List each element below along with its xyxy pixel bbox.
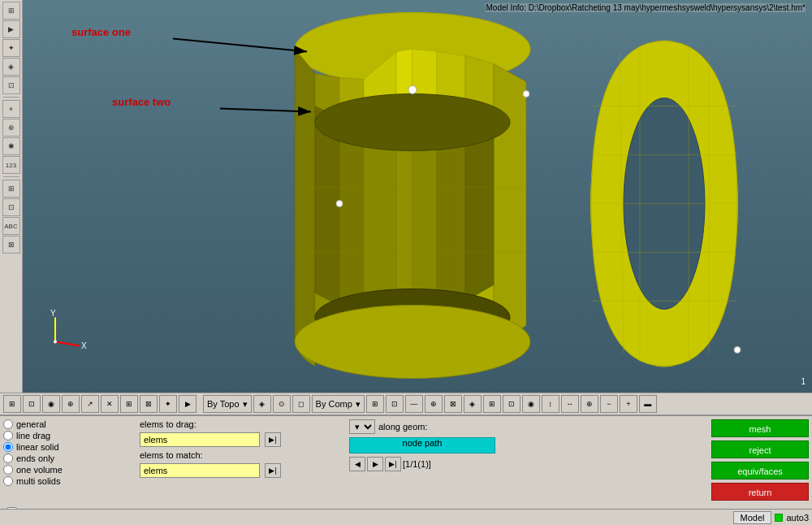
node-path-button[interactable]: node path	[349, 437, 495, 453]
elems-drag-nav[interactable]: ▶|	[265, 432, 281, 447]
toolbar-btn-9[interactable]: ✦	[159, 395, 177, 413]
bottom-panel-top: general line drag linear solid ends only…	[0, 416, 812, 504]
radio-one-volume-input[interactable]	[3, 465, 13, 475]
radio-line-drag: line drag	[3, 431, 133, 440]
elems-match-nav[interactable]: ▶|	[265, 463, 281, 478]
svg-point-9	[523, 91, 529, 98]
toolbar-btn-23[interactable]: ↕	[542, 395, 559, 413]
toolbar-btn-2[interactable]: ⊡	[23, 395, 41, 413]
auto3-dot	[775, 514, 783, 522]
radio-ends-only-input[interactable]	[3, 453, 13, 463]
surface-two-label: surface two	[112, 96, 171, 108]
toolbar-btn-5[interactable]: ↗	[81, 395, 99, 413]
reject-button[interactable]: reject	[711, 440, 809, 458]
auto3-status: auto3	[775, 513, 809, 523]
toolbar-btn-19[interactable]: ◈	[464, 395, 482, 413]
main-area: ⊞ ▶ ✦ ◈ ⊡ ⌖ ⊕ ✱ 123 ⊞ ⊡ ABC ⊠ Model Info…	[0, 0, 812, 393]
toolbar-icon-2[interactable]: ▶	[2, 20, 20, 38]
along-geom-label: along geom:	[378, 422, 428, 432]
radio-one-volume-label: one volume	[16, 465, 63, 475]
toolbar-icon-5[interactable]: ⊡	[2, 76, 20, 94]
toolbar-icon-6[interactable]: ⌖	[2, 100, 20, 118]
bottom-panel: general line drag linear solid ends only…	[0, 415, 812, 509]
elems-match-input-row: ▶|	[140, 463, 343, 478]
radio-line-drag-label: line drag	[16, 431, 50, 440]
toolbar-btn-10[interactable]: ▶	[179, 395, 197, 413]
toolbar-btn-4[interactable]: ⊕	[62, 395, 80, 413]
equiv-faces-button[interactable]: equiv/faces	[711, 462, 809, 479]
viewport[interactable]: Model Info: D:\Dropbox\Ratcheting 13 may…	[23, 0, 812, 393]
svg-point-29	[54, 341, 57, 344]
toolbar-icon-8[interactable]: ✱	[2, 137, 20, 155]
toolbar-btn-3[interactable]: ◉	[42, 395, 60, 413]
spacer	[502, 419, 705, 501]
by-topo-label: By Topo	[207, 399, 240, 409]
svg-point-2	[315, 94, 510, 151]
by-comp-dropdown[interactable]: By Comp ▾	[312, 395, 365, 413]
toolbar-btn-20[interactable]: ⊞	[483, 395, 501, 413]
elems-drag-row: elems to drag:	[140, 419, 343, 429]
radio-linear-solid-input[interactable]	[3, 442, 13, 452]
elems-drag-label: elems to drag:	[140, 419, 205, 429]
options-left: general line drag linear solid ends only…	[3, 419, 133, 501]
along-end-btn[interactable]: ▶|	[385, 457, 401, 471]
toolbar-icon-7[interactable]: ⊕	[2, 119, 20, 137]
toolbar-btn-25[interactable]: ⊕	[581, 395, 598, 413]
toolbar-btn-8[interactable]: ⊠	[140, 395, 158, 413]
app: ⊞ ▶ ✦ ◈ ⊡ ⌖ ⊕ ✱ 123 ⊞ ⊡ ABC ⊠ Model Info…	[0, 0, 812, 525]
toolbar-icon-10[interactable]: ⊞	[2, 180, 20, 197]
toolbar-btn-6[interactable]: ✕	[101, 395, 119, 413]
along-next-btn[interactable]: ▶	[367, 457, 383, 471]
radio-multi-solids-input[interactable]	[3, 476, 13, 486]
elems-drag-input[interactable]	[140, 432, 260, 447]
toolbar-icon-11[interactable]: ⊡	[2, 198, 20, 216]
by-topo-dropdown[interactable]: By Topo ▾	[203, 395, 252, 413]
svg-line-22	[173, 39, 307, 52]
svg-line-27	[55, 342, 80, 346]
toolbar-btn-22[interactable]: ◉	[522, 395, 540, 413]
toolbar-btn-24[interactable]: ↔	[561, 395, 579, 413]
toolbar-icon-12[interactable]: ABC	[2, 217, 20, 235]
toolbar-icon-9[interactable]: 123	[2, 156, 20, 174]
elems-drag-input-row: ▶|	[140, 432, 343, 447]
toolbar-icon-3[interactable]: ✦	[2, 39, 20, 57]
toolbar-btn-17[interactable]: ⊕	[425, 395, 443, 413]
radio-linear-solid-label: linear solid	[16, 442, 59, 452]
toolbar-icon-4[interactable]: ◈	[2, 58, 20, 76]
toolbar-btn-13[interactable]: ◻	[292, 395, 310, 413]
toolbar-btn-7[interactable]: ⊞	[120, 395, 138, 413]
radio-general-input[interactable]	[3, 419, 13, 429]
along-geom-section: ▾ along geom: node path ◀ ▶ ▶| [1/1(1)]	[349, 419, 495, 501]
radio-line-drag-input[interactable]	[3, 431, 13, 440]
auto3-label: auto3	[786, 513, 809, 523]
status-bar: Model auto3	[0, 509, 812, 525]
toolbar-btn-minus[interactable]: −	[600, 395, 618, 413]
toolbar-btn-select[interactable]: ⊞	[3, 395, 21, 413]
radio-linear-solid: linear solid	[3, 442, 133, 452]
toolbar-btn-18[interactable]: ⊠	[444, 395, 462, 413]
mesh-button[interactable]: mesh	[711, 419, 809, 437]
toolbar-btn-21[interactable]: ⊡	[503, 395, 520, 413]
along-counter: [1/1(1)]	[403, 459, 431, 469]
options-right: mesh reject equiv/faces return	[711, 419, 809, 501]
toolbar-icon-13[interactable]: ⊠	[2, 236, 20, 254]
along-geom-select[interactable]: ▾	[349, 419, 375, 434]
surface-one-label: surface one	[71, 26, 131, 38]
svg-point-4	[295, 306, 530, 379]
along-prev-btn[interactable]: ◀	[349, 457, 365, 471]
toolbar-btn-15[interactable]: ⊡	[386, 395, 404, 413]
toolbar-btn-14[interactable]: ⊞	[366, 395, 384, 413]
toolbar-btn-11[interactable]: ◈	[253, 395, 271, 413]
options-middle: elems to drag: ▶| elems to match: ▶|	[140, 419, 343, 501]
toolbar-divider-2	[3, 176, 19, 177]
elems-match-label: elems to match:	[140, 450, 205, 460]
toolbar-btn-12[interactable]: ⊙	[273, 395, 291, 413]
toolbar-icon-1[interactable]: ⊞	[2, 2, 20, 20]
elems-match-input[interactable]	[140, 463, 260, 478]
toolbar-btn-last[interactable]: ▬	[639, 395, 657, 413]
return-button[interactable]: return	[711, 483, 809, 501]
toolbar-btn-16[interactable]: —	[405, 395, 423, 413]
along-geom-header: ▾ along geom:	[349, 419, 495, 434]
toolbar-btn-plus[interactable]: +	[620, 395, 637, 413]
radio-multi-solids-label: multi solids	[16, 476, 60, 486]
